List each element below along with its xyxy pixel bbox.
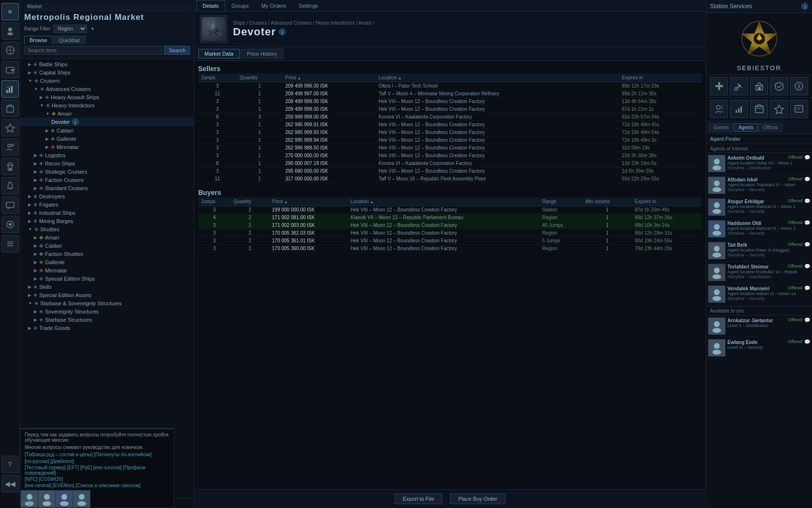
tree-item-industrial-ships[interactable]: ▶ ◈ Industrial Ships bbox=[20, 209, 194, 217]
available-agent-item[interactable]: Arnkatzur Jaetantur Offered Level II – D… bbox=[706, 315, 812, 337]
agent-chat-icon[interactable]: 💬 bbox=[804, 285, 810, 291]
tree-item-destroyers[interactable]: ▶ ◈ Destroyers bbox=[20, 192, 194, 200]
tree-item-battle-ships[interactable]: ▶ ◈ Battle Ships bbox=[20, 60, 194, 68]
tab-quickbar[interactable]: Quickbar bbox=[54, 36, 86, 44]
panel-tab-agents[interactable]: Agents bbox=[734, 123, 758, 132]
tree-item-frigates[interactable]: ▶ ◈ Frigates bbox=[20, 200, 194, 209]
agent-item[interactable]: Alfodan Iskel Offered Agent location Tra… bbox=[706, 175, 812, 196]
agent-chat-icon[interactable]: 💬 bbox=[804, 198, 810, 204]
tree-item-logistics[interactable]: ▶ ◈ Logistics bbox=[20, 151, 194, 159]
agent-item[interactable]: Tait Belk Offered Agent location Pator I… bbox=[706, 240, 812, 262]
chat-icon[interactable] bbox=[1, 196, 19, 214]
notifications-icon[interactable] bbox=[1, 177, 19, 194]
place-buy-order-button[interactable]: Place Buy Order bbox=[450, 493, 506, 504]
tree-item-amarr[interactable]: ▼ ◆ Amarr bbox=[20, 109, 194, 118]
tree-item-heavy-assault[interactable]: ▶ ◈ Heavy Assault Ships bbox=[20, 93, 194, 101]
chat-link-7[interactable]: [РуЕ] bbox=[80, 465, 92, 470]
agent-item[interactable]: Vendalek Manneiri Offered Agent location… bbox=[706, 284, 812, 305]
misc-icon-1[interactable] bbox=[1, 216, 19, 233]
buyer-row[interactable]: 3 2 199 000 000.00 ISK Hek VIII – Moon 1… bbox=[198, 206, 702, 214]
tab-groups[interactable]: Groups bbox=[225, 0, 255, 11]
chat-link-1[interactable]: [Таблица руд – состав и цены] bbox=[25, 452, 93, 457]
service-icon-bounty[interactable] bbox=[790, 100, 808, 118]
service-icon-market[interactable] bbox=[730, 100, 748, 118]
tree-item-caldari[interactable]: ▶ ◆ Caldari bbox=[20, 126, 194, 134]
inventory-icon[interactable] bbox=[1, 100, 19, 117]
search-button[interactable]: Search bbox=[164, 46, 190, 55]
chat-link-8[interactable]: [eve-survival] bbox=[93, 465, 122, 470]
service-icon-factory[interactable] bbox=[750, 77, 768, 95]
available-agent-chat-icon[interactable]: 💬 bbox=[804, 317, 810, 323]
tree-item-recon-ships[interactable]: ▶ ◈ Recon Ships bbox=[20, 159, 194, 167]
chat-link-3[interactable]: [по-русски] bbox=[25, 459, 49, 464]
tree-item-shuttles-gallente[interactable]: ▶ ◆ Gallente bbox=[20, 258, 194, 266]
seller-row[interactable]: 3 1 262 995 999.93 ISK Hek VIII – Moon 1… bbox=[198, 129, 702, 136]
service-icon-insurance[interactable]: $ bbox=[790, 77, 808, 95]
tree-item-starbase-structures[interactable]: ▶ ◈ Starbase Structures bbox=[20, 315, 194, 324]
agent-chat-icon[interactable]: 💬 bbox=[804, 242, 810, 247]
chat-user-avatar[interactable] bbox=[56, 490, 73, 508]
market-icon[interactable] bbox=[1, 80, 19, 98]
seller-row[interactable]: 3 1 262 995 999.94 ISK Hek VIII – Moon 1… bbox=[198, 136, 702, 144]
tree-item-devoter[interactable]: Devoter ℹ bbox=[20, 118, 194, 126]
panel-tab-guests[interactable]: Guests bbox=[709, 123, 733, 132]
seller-row[interactable]: 3 1 209 499 996.00 ISK Olbra I – Pator T… bbox=[198, 82, 702, 90]
tree-item-strategic-cruisers[interactable]: ▶ ◈ Strategic Cruisers bbox=[20, 167, 194, 176]
chat-link-13[interactable]: [EVEMon] bbox=[53, 483, 74, 488]
tab-my-orders[interactable]: My Orders bbox=[255, 0, 292, 11]
tab-market-data[interactable]: Market Data bbox=[198, 49, 240, 59]
service-icon-storage[interactable] bbox=[750, 100, 768, 118]
tree-item-advanced-cruisers[interactable]: ▼ ◈ Advanced Cruisers bbox=[20, 85, 194, 93]
tree-item-capital-ships[interactable]: ▶ ◈ Capital Ships bbox=[20, 68, 194, 76]
chat-user-avatar[interactable] bbox=[38, 490, 56, 508]
col-location[interactable]: Location bbox=[348, 197, 539, 206]
tree-item-minmatar[interactable]: ▶ ◆ Minmatar bbox=[20, 143, 194, 151]
chat-link-6[interactable]: [EFT] bbox=[67, 465, 79, 470]
tree-item-starbase[interactable]: ▼ ◈ Starbase & Sovereignty Structures bbox=[20, 299, 194, 307]
seller-row[interactable]: 11 1 317 000 000.00 ISK Taff V – Moon 16… bbox=[198, 175, 702, 183]
tab-price-history[interactable]: Price History bbox=[241, 49, 283, 59]
agent-chat-icon[interactable]: 💬 bbox=[804, 177, 810, 182]
col-min-volume[interactable]: Min volume bbox=[582, 197, 632, 206]
station-services-info-icon[interactable]: ℹ bbox=[801, 3, 808, 10]
chat-link-12[interactable]: [eve-central] bbox=[25, 483, 51, 488]
available-agent-chat-icon[interactable]: 💬 bbox=[804, 339, 810, 344]
col-expires[interactable]: Expires in bbox=[632, 197, 702, 206]
service-icon-repair[interactable] bbox=[730, 77, 748, 95]
menu-icon[interactable]: ≡ bbox=[1, 3, 19, 20]
help-icon[interactable]: ? bbox=[1, 456, 19, 473]
chat-link-11[interactable]: [COSMOS] bbox=[39, 477, 63, 482]
misc-icon-2[interactable] bbox=[1, 235, 19, 253]
col-price[interactable]: Price bbox=[269, 197, 348, 206]
tree-item-faction-shuttles[interactable]: ▶ ◆ Faction Shuttles bbox=[20, 250, 194, 258]
seller-row[interactable]: 3 1 209 499 999.00 ISK Hek VIII – Moon 1… bbox=[198, 105, 702, 113]
seller-row[interactable]: 3 1 262 996 988.50 ISK Hek VIII – Moon 1… bbox=[198, 144, 702, 152]
tree-item-gallente[interactable]: ▶ ◆ Gallente bbox=[20, 134, 194, 143]
agent-item[interactable]: Torlafderi Steimur Offered Agent locatio… bbox=[706, 262, 812, 284]
wallet-icon[interactable] bbox=[1, 61, 19, 78]
seller-row[interactable]: 8 3 259 999 999.00 ISK Konora VI – Kaala… bbox=[198, 113, 702, 121]
tree-item-standard-cruisers[interactable]: ▶ ◈ Standard Cruisers bbox=[20, 184, 194, 192]
panel-tab-offices[interactable]: Offices bbox=[759, 123, 783, 132]
tree-item-special-edition-ships[interactable]: ▶ ◈ Special Edition Ships bbox=[20, 274, 194, 283]
col-range[interactable]: Range bbox=[539, 197, 583, 206]
export-to-file-button[interactable]: Export to File bbox=[394, 493, 442, 504]
seller-row[interactable]: 3 1 209 499 999.00 ISK Hek VIII – Moon 1… bbox=[198, 98, 702, 105]
seller-row[interactable]: 3 1 262 995 999.91 ISK Hek VIII – Moon 1… bbox=[198, 121, 702, 129]
range-select[interactable]: Region Solar System Constellation bbox=[53, 25, 87, 33]
tree-item-special-edition-assets[interactable]: ▶ ◈ Special Edition Assets bbox=[20, 291, 194, 299]
col-jumps[interactable]: Jumps bbox=[198, 74, 237, 82]
available-agent-item[interactable]: Ewlang Eode Offered Level III – Security… bbox=[706, 337, 812, 359]
search-input[interactable] bbox=[24, 46, 162, 55]
seller-row[interactable]: 3 1 295 680 000.00 ISK Hek VIII – Moon 1… bbox=[198, 167, 702, 175]
col-jumps[interactable]: Jumps bbox=[198, 197, 231, 206]
col-quantity[interactable]: Quantity bbox=[237, 74, 283, 82]
skills-icon[interactable] bbox=[1, 119, 19, 136]
agent-item[interactable]: Aekelm Ontbald Offered Agent location Vu… bbox=[706, 153, 812, 175]
agent-chat-icon[interactable]: 💬 bbox=[804, 264, 810, 269]
buyer-row[interactable]: 3 2 170 005 361.01 ISK Hek VIII – Moon 1… bbox=[198, 237, 702, 245]
col-price[interactable]: Price bbox=[282, 74, 376, 82]
tree-item-heavy-interdictors[interactable]: ▼ ◈ Heavy Interdictors bbox=[20, 101, 194, 109]
tab-settings[interactable]: Settings bbox=[292, 0, 324, 11]
buyer-row[interactable]: 4 2 171 002 081.00 ISK Klaevik VII – Moo… bbox=[198, 214, 702, 222]
